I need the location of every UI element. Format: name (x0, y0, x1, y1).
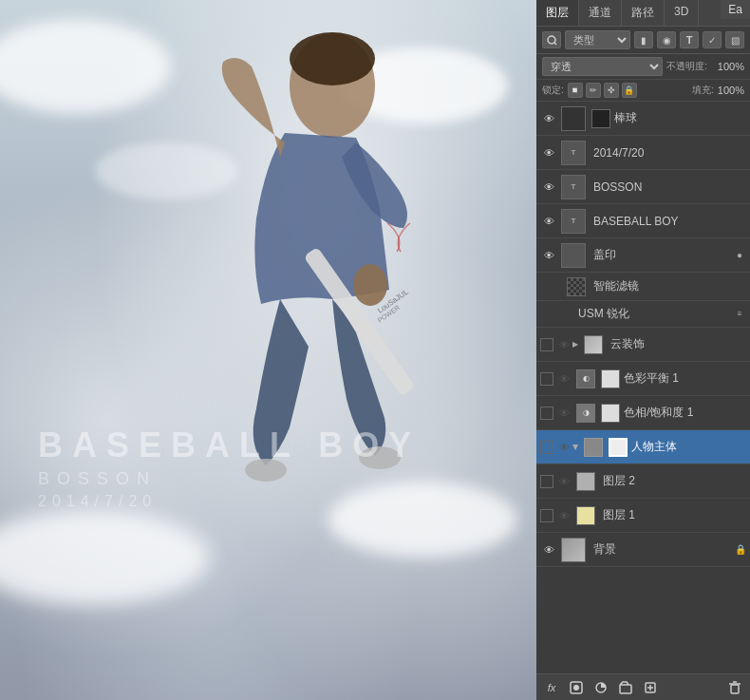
tab-3d[interactable]: 3D (665, 0, 699, 26)
layer-beijing-visibility[interactable]: 👁 (540, 541, 557, 558)
svg-line-10 (554, 43, 556, 45)
layer-color-balance-thumb: ◐ (576, 369, 595, 388)
layer-gaiyin-thumb (561, 243, 586, 268)
layer-tuceng2-thumb (576, 472, 595, 491)
svg-point-9 (548, 36, 555, 44)
layer-color-balance-visibility[interactable]: 👁 (555, 370, 572, 388)
layer-bangqiu-name: 棒球 (614, 110, 746, 126)
filter-type-select[interactable]: 类型 (565, 30, 630, 49)
layer-beijing-lock: 🔒 (735, 544, 746, 555)
layer-bottom-toolbar: fx (536, 673, 750, 700)
layer-bosson-visibility[interactable]: 👁 (540, 179, 557, 196)
layer-tuceng2-checkbox (540, 475, 553, 488)
layer-gaiyin[interactable]: 👁 盖印 ● (536, 238, 750, 273)
layer-date-name: 2014/7/20 (593, 146, 746, 160)
lock-row: 锁定: ◽ ✏ ✜ 🔒 填充: 100% (536, 80, 750, 102)
lock-transparent-btn[interactable]: ◽ (568, 83, 583, 98)
canvas-area: LouSaJUL POWER BASEBALL BOY BOSSON 2014/… (0, 0, 536, 700)
tab-paths[interactable]: 路径 (622, 0, 665, 26)
layer-renwu-mask (609, 438, 628, 457)
layer-usm-extra: ≡ (733, 308, 746, 321)
layer-tuceng1-thumb (576, 506, 595, 525)
layer-zhineng-name: 智能滤镜 (593, 278, 746, 294)
svg-point-12 (573, 685, 579, 691)
layer-beijing-name: 背景 (593, 541, 735, 558)
tab-channels[interactable]: 通道 (579, 0, 622, 26)
filter-icon-3[interactable]: T (680, 31, 699, 48)
layer-bangqiu[interactable]: 👁 棒球 (536, 102, 750, 136)
layer-date-visibility[interactable]: 👁 (540, 144, 557, 161)
layer-tuceng2-name: 图层 2 (603, 473, 746, 489)
add-mask-btn[interactable] (567, 678, 586, 697)
canvas-text-overlay: BASEBALL BOY BOSSON 2014/7/20 (38, 426, 421, 510)
lock-position-btn[interactable]: ✜ (604, 83, 619, 98)
layer-beijing[interactable]: 👁 背景 🔒 (536, 533, 750, 567)
fill-value: 100% (718, 85, 744, 96)
tab-layers[interactable]: 图层 (536, 0, 579, 26)
lock-pixels-btn[interactable]: ✏ (586, 83, 601, 98)
filter-icon-1[interactable]: ▮ (634, 31, 653, 48)
layer-bosson[interactable]: 👁 T BOSSON (536, 170, 750, 204)
canvas-date: 2014/7/20 (38, 493, 421, 510)
delete-layer-btn[interactable] (725, 678, 744, 697)
layer-renwu-name: 人物主体 (631, 439, 746, 455)
layer-yunzhuangshi[interactable]: 👁 ▶ 云装饰 (536, 328, 750, 362)
layer-renwu-visibility[interactable]: 👁 (555, 439, 572, 456)
create-group-btn[interactable] (616, 678, 635, 697)
svg-point-5 (353, 264, 387, 306)
blend-mode-select[interactable]: 穿透 (542, 57, 663, 76)
layer-gaiyin-name: 盖印 (593, 247, 733, 263)
layer-zhineng-thumb (567, 277, 586, 296)
layer-tuceng1[interactable]: 👁 图层 1 (536, 499, 750, 533)
layer-yunzhuangshi-visibility[interactable]: 👁 (555, 336, 572, 353)
layer-bangqiu-visibility[interactable]: 👁 (540, 110, 557, 127)
layer-renwu-thumb (584, 438, 603, 457)
layer-beijing-thumb (561, 538, 586, 562)
layer-yunzhuangshi-arrow[interactable]: ▶ (572, 340, 578, 349)
layer-gaiyin-visibility[interactable]: 👁 (540, 247, 557, 264)
layer-yunzhuangshi-thumb (584, 335, 603, 354)
layer-zhineng[interactable]: 智能滤镜 (536, 273, 750, 301)
filter-type-icon[interactable] (542, 31, 561, 48)
layer-tuceng1-checkbox (540, 509, 553, 522)
layers-list: 👁 棒球 👁 T 2014/7/20 👁 T BOSSON 👁 T BASEBA… (536, 102, 750, 673)
layer-color-balance[interactable]: 👁 ◐ 色彩平衡 1 (536, 362, 750, 396)
layer-usm-name: USM 锐化 (578, 306, 733, 322)
layer-date[interactable]: 👁 T 2014/7/20 (536, 136, 750, 170)
panel-tabs: 图层 通道 路径 3D (536, 0, 750, 27)
layer-hue-sat-thumb: ◑ (576, 404, 595, 423)
filter-icon-5[interactable]: ▧ (725, 31, 744, 48)
opacity-value: 100% (711, 61, 744, 72)
filter-icon-4[interactable]: ✓ (703, 31, 722, 48)
layer-baseball-boy[interactable]: 👁 T BASEBALL BOY (536, 204, 750, 238)
layer-hue-sat[interactable]: 👁 ◑ 色相/饱和度 1 (536, 396, 750, 430)
lock-icons-group: ◽ ✏ ✜ 🔒 (568, 83, 637, 98)
layer-bosson-thumb: T (561, 175, 586, 199)
layer-renwu-arrow[interactable]: ▶ (572, 445, 580, 450)
layer-usm[interactable]: USM 锐化 ≡ (536, 301, 750, 328)
lock-label: 锁定: (542, 84, 564, 97)
person-figure: LouSaJUL POWER (76, 9, 475, 655)
layer-color-balance-mask (601, 369, 620, 388)
create-layer-btn[interactable] (641, 678, 660, 697)
layer-bosson-name: BOSSON (593, 180, 746, 194)
layer-baseball-boy-name: BASEBALL BOY (593, 215, 746, 228)
layer-hue-sat-checkbox (540, 407, 553, 420)
add-adjustment-btn[interactable] (591, 678, 610, 697)
layer-tuceng1-visibility[interactable]: 👁 (555, 507, 572, 524)
layer-color-balance-name: 色彩平衡 1 (624, 370, 746, 387)
svg-rect-14 (620, 685, 631, 693)
layer-baseball-boy-visibility[interactable]: 👁 (540, 213, 557, 230)
canvas-title: BASEBALL BOY (38, 426, 421, 465)
layer-tuceng2[interactable]: 👁 图层 2 (536, 464, 750, 499)
lock-all-btn[interactable]: 🔒 (622, 83, 637, 98)
layer-yunzhuangshi-name: 云装饰 (610, 336, 746, 352)
layer-hue-sat-visibility[interactable]: 👁 (555, 405, 572, 422)
layer-tuceng2-visibility[interactable]: 👁 (555, 473, 572, 490)
layer-renwu[interactable]: 👁 ▶ 人物主体 (536, 430, 750, 464)
svg-rect-18 (731, 685, 739, 693)
fill-label: 填充: (692, 84, 714, 97)
layer-yunzhuangshi-checkbox (540, 338, 553, 351)
filter-icon-2[interactable]: ◉ (657, 31, 676, 48)
add-style-btn[interactable]: fx (542, 678, 561, 697)
